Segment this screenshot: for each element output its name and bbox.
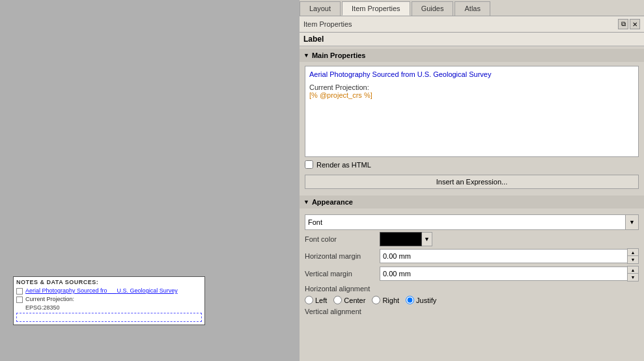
horizontal-margin-spinners: ▲ ▼: [627, 248, 639, 264]
tab-layout[interactable]: Layout: [300, 1, 341, 16]
vertical-margin-spinners: ▲ ▼: [627, 266, 639, 282]
map-inset-row-2: Current Projection:: [14, 295, 204, 304]
alignment-justify-label: Justify: [416, 296, 436, 304]
vertical-alignment-label: Vertical alignment: [305, 306, 639, 317]
horizontal-alignment-group: Left Center Right Justify: [305, 296, 639, 304]
text-content-area[interactable]: Aerial Photography Sourced from U.S. Geo…: [305, 66, 639, 157]
alignment-center-radio[interactable]: [333, 296, 342, 304]
alignment-right[interactable]: Right: [372, 296, 399, 304]
horizontal-margin-control: ▲ ▼: [380, 248, 639, 264]
insert-expression-button[interactable]: Insert an Expression...: [305, 175, 639, 189]
appearance-title: Appearance: [312, 198, 353, 206]
vertical-margin-input[interactable]: [380, 267, 627, 281]
map-inset: NOTES & DATA SOURCES: Aerial Photography…: [13, 276, 205, 325]
render-html-checkbox[interactable]: [305, 160, 313, 169]
font-input[interactable]: Font: [305, 214, 626, 230]
alignment-center-label: Center: [344, 296, 365, 304]
tab-atlas[interactable]: Atlas: [455, 1, 490, 16]
tab-guides[interactable]: Guides: [412, 1, 454, 16]
main-properties-section: ▼ Main Properties Aerial Photography Sou…: [300, 49, 644, 193]
text-line-1: Aerial Photography Sourced from U.S. Geo…: [309, 70, 634, 78]
text-line-2b: [% @project_crs %]: [309, 91, 634, 99]
horizontal-margin-up[interactable]: ▲: [628, 249, 638, 256]
collapse-triangle: ▼: [303, 52, 309, 59]
map-inset-checkbox-2: [16, 296, 23, 303]
map-inset-checkbox-1: [16, 288, 23, 295]
map-inset-row-3: EPSG:28350: [14, 304, 204, 311]
map-inset-dotted: [16, 313, 202, 322]
vertical-margin-row: Vertical margin ▲ ▼: [305, 266, 639, 282]
font-color-box[interactable]: [380, 232, 422, 246]
alignment-center[interactable]: Center: [333, 296, 365, 304]
appearance-body: Font ▼ Font color ▼ Horizontal margin: [300, 209, 644, 321]
alignment-left[interactable]: Left: [305, 296, 327, 304]
font-color-row: Font color ▼: [305, 232, 639, 246]
appearance-triangle: ▼: [303, 199, 309, 205]
close-icon[interactable]: ✕: [630, 19, 640, 29]
alignment-right-radio[interactable]: [372, 296, 380, 304]
vertical-margin-control: ▲ ▼: [380, 266, 639, 282]
alignment-justify-radio[interactable]: [406, 296, 414, 304]
horizontal-margin-row: Horizontal margin ▲ ▼: [305, 248, 639, 264]
alignment-left-radio[interactable]: [305, 296, 313, 304]
vertical-margin-label: Vertical margin: [305, 270, 380, 278]
tabs-bar: Layout Item Properties Guides Atlas: [300, 0, 644, 16]
render-html-row: Render as HTML: [305, 160, 639, 169]
alignment-right-label: Right: [382, 296, 399, 304]
font-row: Font ▼: [305, 214, 639, 230]
item-props-header: Item Properties ⧉ ✕: [300, 16, 644, 33]
header-icons: ⧉ ✕: [618, 19, 640, 29]
vertical-margin-up[interactable]: ▲: [628, 267, 638, 274]
float-icon[interactable]: ⧉: [618, 19, 628, 29]
map-inset-text-2: Current Projection:: [25, 296, 74, 302]
font-color-label: Font color: [305, 235, 380, 243]
content-area[interactable]: ▼ Main Properties Aerial Photography Sou…: [300, 46, 644, 361]
vertical-margin-down[interactable]: ▼: [628, 274, 638, 281]
map-inset-row-1: Aerial Photography Sourced fro___U.S. Ge…: [14, 287, 204, 295]
map-inset-title: NOTES & DATA SOURCES:: [14, 277, 204, 287]
map-inset-text-3: EPSG:28350: [25, 304, 60, 311]
text-line-2: Current Projection: [% @project_crs %]: [309, 83, 634, 99]
right-panel: Layout Item Properties Guides Atlas Item…: [300, 0, 644, 361]
text-line-2a: Current Projection:: [309, 83, 634, 91]
main-properties-body: Aerial Photography Sourced from U.S. Geo…: [300, 62, 644, 193]
horizontal-margin-label: Horizontal margin: [305, 252, 380, 260]
alignment-left-label: Left: [315, 296, 327, 304]
appearance-section: ▼ Appearance Font ▼ Font color ▼: [300, 195, 644, 321]
main-properties-title: Main Properties: [312, 51, 366, 59]
alignment-justify[interactable]: Justify: [406, 296, 436, 304]
main-properties-header[interactable]: ▼ Main Properties: [300, 49, 644, 62]
appearance-header[interactable]: ▼ Appearance: [300, 195, 644, 209]
font-dropdown-button[interactable]: ▼: [626, 214, 639, 230]
font-color-control: ▼: [380, 232, 432, 246]
map-canvas: NOTES & DATA SOURCES: Aerial Photography…: [0, 0, 300, 361]
map-inset-text-1: Aerial Photography Sourced fro___U.S. Ge…: [25, 287, 178, 294]
tab-item-properties[interactable]: Item Properties: [342, 1, 410, 16]
item-props-title: Item Properties: [303, 20, 352, 28]
horizontal-margin-input[interactable]: [380, 249, 627, 263]
render-html-label: Render as HTML: [316, 161, 371, 169]
font-color-dropdown[interactable]: ▼: [422, 232, 432, 246]
horizontal-margin-down[interactable]: ▼: [628, 256, 638, 263]
horizontal-alignment-label: Horizontal alignment: [305, 283, 639, 294]
label-section-title: Label: [300, 33, 644, 46]
